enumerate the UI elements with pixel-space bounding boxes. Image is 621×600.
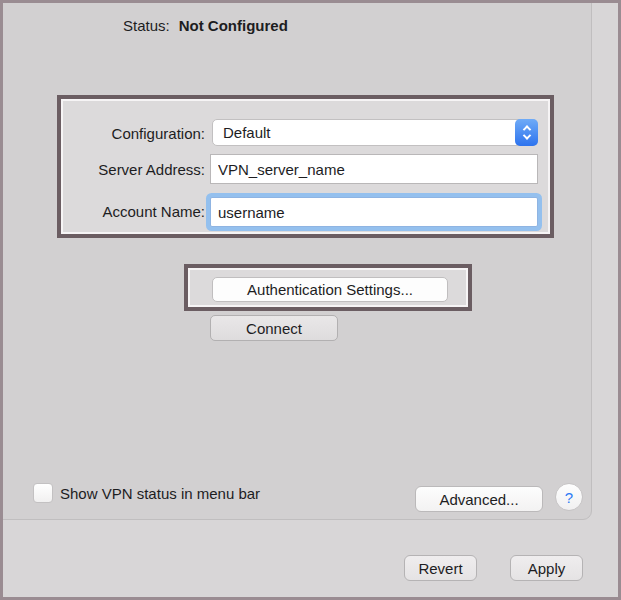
account-name-label: Account Name: xyxy=(40,203,205,220)
configuration-dropdown[interactable]: Default xyxy=(212,119,538,146)
status-label: Status: xyxy=(123,17,170,34)
network-pane-background xyxy=(0,0,592,520)
configuration-label: Configuration: xyxy=(40,125,205,142)
show-vpn-status-label: Show VPN status in menu bar xyxy=(60,485,260,502)
authentication-settings-button[interactable]: Authentication Settings... xyxy=(212,277,448,302)
revert-button[interactable]: Revert xyxy=(404,555,477,581)
chevron-down-icon xyxy=(522,131,530,139)
up-down-chevrons-icon[interactable] xyxy=(515,119,538,146)
configuration-dropdown-value: Default xyxy=(223,123,271,142)
show-vpn-status-checkbox[interactable] xyxy=(33,483,53,503)
apply-button[interactable]: Apply xyxy=(510,555,583,581)
status-value: Not Configured xyxy=(179,17,288,34)
advanced-button[interactable]: Advanced... xyxy=(415,486,543,512)
vpn-preferences-pane: Status:Not Configured Configuration: Def… xyxy=(0,0,621,600)
server-address-input[interactable] xyxy=(210,154,538,184)
help-button[interactable]: ? xyxy=(555,483,583,511)
connect-button[interactable]: Connect xyxy=(210,315,338,341)
status-row: Status:Not Configured xyxy=(123,17,288,34)
server-address-label: Server Address: xyxy=(40,161,205,178)
account-name-input[interactable] xyxy=(210,197,538,227)
